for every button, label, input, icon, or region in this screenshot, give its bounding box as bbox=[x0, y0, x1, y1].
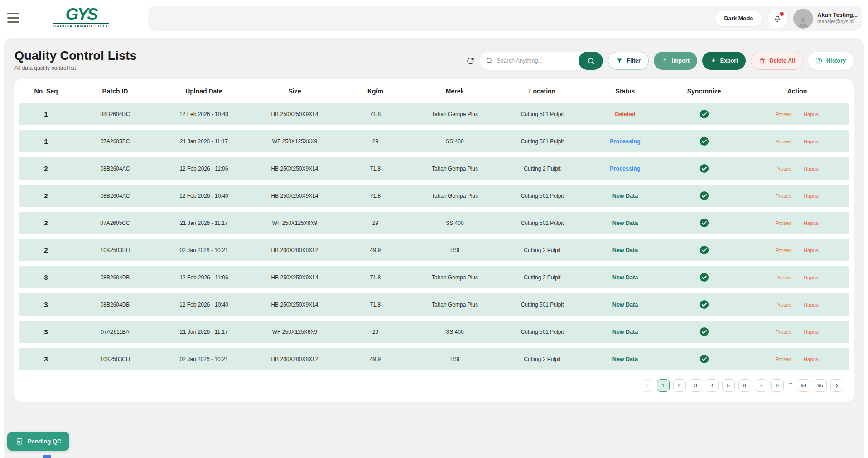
proses-link[interactable]: Proses bbox=[776, 302, 792, 307]
cell-upload-date: 02 Jan 2026 - 10:21 bbox=[157, 356, 251, 362]
proses-link[interactable]: Proses bbox=[776, 275, 792, 280]
hapus-link[interactable]: Hapus bbox=[804, 112, 819, 117]
search-input[interactable] bbox=[497, 58, 579, 64]
hapus-link[interactable]: Hapus bbox=[804, 329, 819, 335]
pagination-page-2[interactable]: 2 bbox=[673, 379, 686, 392]
cell-batch-id: 08B2604DC bbox=[73, 111, 157, 117]
pagination-next-button[interactable] bbox=[830, 379, 843, 392]
cell-upload-date: 12 Feb 2026 - 11:06 bbox=[157, 274, 251, 281]
proses-link[interactable]: Proses bbox=[776, 166, 792, 171]
pagination-page-94[interactable]: 94 bbox=[797, 379, 810, 392]
cell-merek: SS 400 bbox=[412, 138, 497, 145]
dark-mode-toggle[interactable]: Dark Mode bbox=[715, 11, 762, 26]
proses-link[interactable]: Proses bbox=[776, 220, 792, 226]
table-row[interactable]: 3 07A2611BA 21 Jan 2026 - 11:17 WF 250X1… bbox=[19, 321, 849, 343]
hapus-link[interactable]: Hapus bbox=[804, 275, 819, 280]
cell-merek: Tahan Gempa Plus bbox=[412, 302, 497, 308]
logo-text: GYS bbox=[53, 6, 109, 23]
pagination-page-7[interactable]: 7 bbox=[755, 379, 767, 392]
table-row[interactable]: 2 08B2604AC 12 Feb 2026 - 11:06 HB 250X2… bbox=[19, 157, 849, 180]
refresh-button[interactable] bbox=[466, 57, 475, 65]
table-row[interactable]: 3 08B2604DB 12 Feb 2026 - 11:06 HB 250X2… bbox=[19, 266, 849, 288]
hapus-link[interactable]: Hapus bbox=[804, 220, 819, 226]
table-row[interactable]: 3 10K2503CH 02 Jan 2026 - 10:21 HB 200X2… bbox=[19, 348, 849, 370]
chevron-right-icon bbox=[834, 383, 839, 388]
search-submit-button[interactable] bbox=[579, 52, 603, 70]
history-clock-icon bbox=[816, 58, 823, 64]
cell-batch-id: 07A2611BA bbox=[73, 329, 157, 335]
cell-upload-date: 12 Feb 2026 - 10:40 bbox=[157, 111, 251, 117]
proses-link[interactable]: Proses bbox=[776, 139, 792, 144]
upload-icon bbox=[661, 58, 668, 64]
proses-link[interactable]: Proses bbox=[776, 193, 792, 199]
proses-link[interactable]: Proses bbox=[776, 329, 792, 335]
cell-no-seq: 2 bbox=[19, 192, 73, 200]
cell-syncronize bbox=[663, 109, 745, 119]
pending-qc-button[interactable]: Pending QC bbox=[7, 432, 69, 451]
topbar: GYS GARUDA YAMATO STEEL Dark Mode Akun T… bbox=[0, 0, 868, 38]
cell-syncronize bbox=[663, 245, 745, 255]
pagination-page-6[interactable]: 6 bbox=[738, 379, 751, 392]
cell-syncronize bbox=[663, 218, 745, 228]
page-title: Quality Control Lists bbox=[14, 49, 137, 63]
hapus-link[interactable]: Hapus bbox=[804, 356, 819, 362]
hapus-link[interactable]: Hapus bbox=[804, 302, 819, 307]
table-row[interactable]: 2 07A2605CC 21 Jan 2026 - 11:17 WF 250X1… bbox=[19, 212, 849, 234]
filter-button[interactable]: Filter bbox=[608, 52, 649, 70]
cell-upload-date: 21 Jan 2026 - 11:17 bbox=[157, 138, 251, 145]
status-badge: New Data bbox=[587, 274, 663, 281]
proses-link[interactable]: Proses bbox=[776, 356, 792, 362]
proses-link[interactable]: Proses bbox=[776, 248, 792, 253]
pagination-page-8[interactable]: 8 bbox=[771, 379, 784, 392]
table-row[interactable]: 1 08B2604DC 12 Feb 2026 - 10:40 HB 250X2… bbox=[19, 103, 849, 125]
pagination-page-95[interactable]: 95 bbox=[814, 379, 827, 392]
cell-batch-id: 07A2605CC bbox=[73, 220, 157, 226]
hapus-link[interactable]: Hapus bbox=[804, 166, 819, 171]
notification-badge bbox=[780, 12, 784, 16]
notifications-button[interactable] bbox=[768, 9, 787, 28]
user-menu[interactable]: Akun Testing... manajer@gys.id bbox=[793, 9, 858, 29]
hapus-link[interactable]: Hapus bbox=[804, 248, 819, 253]
cell-kgm: 71.8 bbox=[338, 193, 412, 199]
cell-batch-id: 10K2503CH bbox=[73, 356, 157, 362]
table-row[interactable]: 2 10K2503BH 02 Jan 2026 - 10:21 HB 200X2… bbox=[19, 239, 849, 261]
cell-no-seq: 3 bbox=[19, 301, 73, 308]
table-row[interactable]: 3 08B2604DB 12 Feb 2026 - 10:40 HB 250X2… bbox=[19, 293, 849, 316]
cell-upload-date: 12 Feb 2026 - 11:06 bbox=[157, 166, 251, 172]
pagination-page-3[interactable]: 3 bbox=[690, 379, 702, 392]
pagination-page-5[interactable]: 5 bbox=[722, 379, 735, 392]
check-circle-icon bbox=[699, 300, 709, 309]
search-icon bbox=[587, 57, 595, 65]
cell-batch-id: 08B2604DB bbox=[73, 302, 157, 308]
import-button[interactable]: Import bbox=[654, 52, 697, 70]
cell-kgm: 29 bbox=[338, 220, 412, 226]
proses-link[interactable]: Proses bbox=[776, 112, 792, 117]
pagination-page-4[interactable]: 4 bbox=[706, 379, 719, 392]
pagination-prev-button[interactable] bbox=[641, 379, 653, 392]
cell-size: HB 200X200X8X12 bbox=[251, 247, 338, 253]
check-circle-icon bbox=[699, 191, 709, 200]
cell-syncronize bbox=[663, 191, 745, 200]
cell-upload-date: 21 Jan 2026 - 11:17 bbox=[157, 220, 251, 226]
status-badge: New Data bbox=[587, 329, 663, 335]
cell-kgm: 49.9 bbox=[338, 247, 412, 253]
cell-upload-date: 12 Feb 2026 - 10:40 bbox=[157, 302, 251, 308]
cell-syncronize bbox=[663, 136, 745, 146]
delete-all-button[interactable]: Delete All bbox=[751, 52, 803, 70]
table-row[interactable]: 2 08B2604AC 12 Feb 2026 - 10:40 HB 250X2… bbox=[19, 185, 849, 207]
cell-no-seq: 3 bbox=[19, 273, 73, 281]
hapus-link[interactable]: Hapus bbox=[804, 139, 819, 144]
cell-size: HB 250X250X9X14 bbox=[251, 111, 338, 117]
pagination-page-1[interactable]: 1 bbox=[657, 379, 670, 392]
cell-no-seq: 2 bbox=[19, 219, 73, 227]
hamburger-menu-icon[interactable] bbox=[7, 13, 19, 23]
cell-syncronize bbox=[663, 164, 745, 173]
hapus-link[interactable]: Hapus bbox=[804, 193, 819, 199]
history-button[interactable]: History bbox=[808, 52, 854, 70]
check-circle-icon bbox=[699, 136, 709, 146]
export-button[interactable]: Export bbox=[702, 52, 746, 70]
table-row[interactable]: 1 07A2605BC 21 Jan 2026 - 11:17 WF 250X1… bbox=[19, 130, 849, 152]
status-badge: Deleted bbox=[587, 111, 663, 117]
cell-size: HB 250X250X9X14 bbox=[251, 166, 338, 172]
cell-location: Cutting 501 Pulpit bbox=[497, 193, 587, 199]
